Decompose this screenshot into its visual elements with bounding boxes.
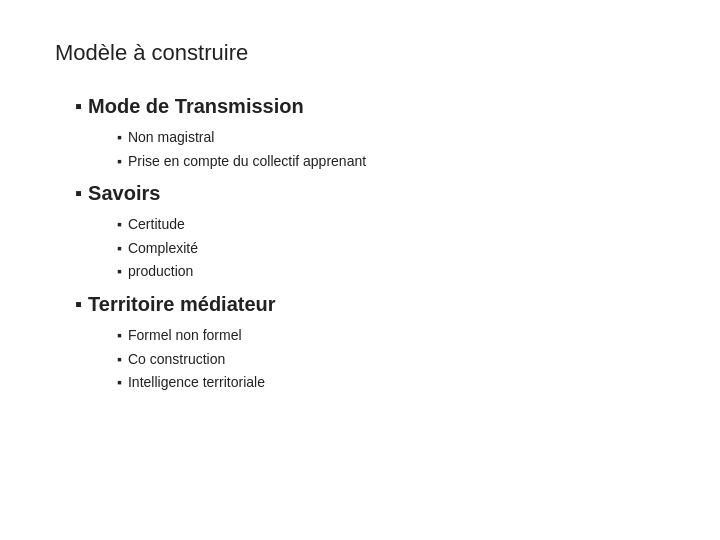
slide-title: Modèle à construire [55, 40, 665, 66]
sub-bullet: ▪ [117, 152, 122, 172]
list-item: ▪ Prise en compte du collectif apprenant [117, 152, 665, 172]
section-label-1: Mode de Transmission [88, 94, 304, 118]
sub-bullet: ▪ [117, 326, 122, 346]
sub-items-savoirs: ▪ Certitude ▪ Complexité ▪ production [75, 215, 665, 282]
sub-items-mode-transmission: ▪ Non magistral ▪ Prise en compte du col… [75, 128, 665, 171]
section-label-3: Territoire médiateur [88, 292, 275, 316]
sub-bullet: ▪ [117, 262, 122, 282]
list-item: ▪ Intelligence territoriale [117, 373, 665, 393]
sub-bullet: ▪ [117, 215, 122, 235]
slide: Modèle à construire ▪ Mode de Transmissi… [0, 0, 720, 540]
list-item: ▪ Complexité [117, 239, 665, 259]
sub-bullet: ▪ [117, 350, 122, 370]
sub-label: Intelligence territoriale [128, 373, 265, 393]
list-item: ▪ Co construction [117, 350, 665, 370]
sub-label: Prise en compte du collectif apprenant [128, 152, 366, 172]
section-bullet-1: ▪ [75, 94, 82, 118]
sub-label: Complexité [128, 239, 198, 259]
list-item: ▪ production [117, 262, 665, 282]
section-savoirs: ▪ Savoirs [75, 181, 665, 205]
sub-label: Non magistral [128, 128, 214, 148]
sub-label: Co construction [128, 350, 225, 370]
sub-bullet: ▪ [117, 373, 122, 393]
sub-label: Certitude [128, 215, 185, 235]
sub-label: production [128, 262, 193, 282]
section-mode-transmission: ▪ Mode de Transmission [75, 94, 665, 118]
section-bullet-3: ▪ [75, 292, 82, 316]
content-area: ▪ Mode de Transmission ▪ Non magistral ▪… [55, 94, 665, 393]
section-territoire-mediateur: ▪ Territoire médiateur [75, 292, 665, 316]
list-item: ▪ Formel non formel [117, 326, 665, 346]
list-item: ▪ Non magistral [117, 128, 665, 148]
sub-items-territoire: ▪ Formel non formel ▪ Co construction ▪ … [75, 326, 665, 393]
list-item: ▪ Certitude [117, 215, 665, 235]
section-bullet-2: ▪ [75, 181, 82, 205]
section-label-2: Savoirs [88, 181, 160, 205]
sub-bullet: ▪ [117, 128, 122, 148]
sub-bullet: ▪ [117, 239, 122, 259]
sub-label: Formel non formel [128, 326, 242, 346]
